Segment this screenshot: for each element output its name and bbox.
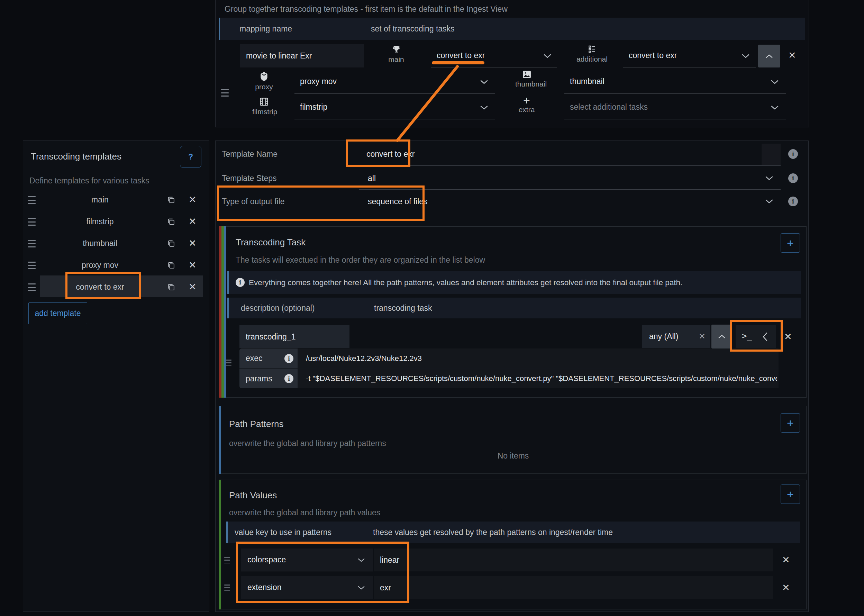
add-path-value-button[interactable]: +	[781, 484, 800, 504]
filmstrip-icon	[259, 97, 269, 106]
mapping-row-drag-handle[interactable]	[221, 89, 229, 97]
params-label-cell: params i	[239, 369, 298, 388]
plus-icon: +	[515, 95, 538, 105]
info-icon[interactable]: i	[284, 354, 294, 363]
template-row-filmstrip[interactable]: filmstrip ✕	[23, 211, 210, 233]
delete-template-icon[interactable]: ✕	[189, 217, 196, 226]
task-filter-select[interactable]: any (All) ✕	[642, 325, 710, 348]
task-filter-value: any (All)	[649, 325, 678, 347]
filmstrip-task-select[interactable]: filmstrip	[294, 95, 495, 119]
main-task-select[interactable]: convert to exr	[431, 44, 557, 68]
info-icon[interactable]: i	[788, 173, 798, 183]
exec-label: exec	[246, 349, 262, 368]
chevron-down-icon	[741, 53, 750, 58]
template-row-label[interactable]: thumbnail	[23, 233, 177, 255]
section-color-stripes	[219, 226, 226, 398]
section-title: Transcoding Task	[236, 237, 306, 248]
chevron-up-icon	[718, 334, 726, 339]
delete-template-icon[interactable]: ✕	[189, 195, 196, 204]
remove-task-button[interactable]: ✕	[784, 332, 792, 341]
template-row-main[interactable]: main ✕	[23, 189, 210, 211]
exec-label-cell: exec i	[239, 349, 298, 368]
plus-icon: +	[787, 488, 794, 501]
main-task-label-block: main	[382, 45, 411, 64]
description-row: description (optional) transcoding task	[227, 298, 801, 318]
help-button[interactable]: ?	[180, 146, 201, 168]
template-row-label[interactable]: main	[23, 189, 177, 211]
panel-subtitle: Define templates for various tasks	[30, 176, 149, 185]
plus-icon: +	[787, 416, 794, 430]
delete-template-icon[interactable]: ✕	[189, 239, 196, 248]
path-value-input[interactable]: linear	[374, 548, 773, 571]
filmstrip-task-value: filmstrip	[300, 95, 327, 119]
transcoding-task-section: Transcoding Task + The tasks will exectu…	[219, 226, 807, 398]
info-icon[interactable]: i	[284, 374, 294, 383]
remove-mapping-button[interactable]: ✕	[788, 51, 796, 60]
path-value-input[interactable]: exr	[374, 576, 773, 599]
params-label: params	[246, 369, 272, 388]
template-list: main ✕ filmstrip ✕ thumbnail ✕ proxy mov	[23, 189, 210, 300]
params-value: -t "$DASELEMENT_RESOURCES/scripts/custom…	[306, 369, 777, 388]
main-task-label: main	[388, 55, 404, 63]
template-row-convert-to-exr[interactable]: convert to exr ✕	[23, 276, 210, 298]
add-task-button[interactable]: +	[781, 233, 800, 253]
remove-path-value-button[interactable]: ✕	[782, 583, 790, 592]
template-row-thumbnail[interactable]: thumbnail ✕	[23, 233, 210, 255]
path-value-key-select[interactable]: colorspace	[241, 548, 373, 571]
output-type-value[interactable]: sequence of files	[368, 197, 428, 206]
filmstrip-task-label-block: filmstrip	[252, 97, 276, 116]
tasks-column-header: set of transcoding tasks	[371, 18, 455, 40]
exec-value-field[interactable]: /usr/local/Nuke12.2v3/Nuke12.2v3	[298, 349, 779, 368]
chevron-down-icon[interactable]	[765, 176, 773, 181]
info-icon[interactable]: i	[788, 196, 798, 206]
description-value[interactable]: transcoding task	[374, 298, 432, 318]
template-editor-panel: Template Name convert to exr i Template …	[215, 140, 809, 612]
chevron-left-icon[interactable]	[763, 332, 767, 341]
path-value-text: exr	[380, 576, 391, 599]
package-icon	[259, 72, 269, 81]
terminal-icon[interactable]: >_	[742, 325, 752, 347]
chevron-down-icon	[480, 105, 488, 110]
path-value-key-select[interactable]: extension	[241, 576, 373, 599]
mapping-name-input[interactable]: movie to linear Exr	[240, 44, 364, 68]
collapse-mapping-button[interactable]	[758, 45, 780, 68]
params-value-field[interactable]: -t "$DASELEMENT_RESOURCES/scripts/custom…	[298, 369, 779, 388]
extra-task-label-block: + extra	[515, 95, 538, 114]
chevron-down-icon[interactable]	[765, 199, 773, 204]
copy-icon[interactable]	[167, 283, 176, 291]
chevron-down-icon	[357, 586, 365, 590]
mapping-group-box: Group together transcoding templates - f…	[215, 0, 809, 127]
template-name-value[interactable]: convert to exr	[366, 149, 415, 159]
additional-task-select[interactable]: convert to exr	[623, 44, 756, 68]
proxy-task-select[interactable]: proxy mov	[294, 69, 495, 94]
chevron-down-icon	[357, 558, 365, 563]
info-icon: i	[236, 278, 245, 287]
delete-template-icon[interactable]: ✕	[189, 282, 196, 292]
collapse-task-button[interactable]	[712, 325, 732, 349]
template-row-label[interactable]: proxy mov	[23, 255, 177, 276]
mapping-name-value: movie to linear Exr	[246, 44, 312, 68]
copy-icon[interactable]	[167, 217, 176, 226]
thumbnail-task-select[interactable]: thumbnail	[564, 69, 786, 94]
copy-icon[interactable]	[167, 195, 176, 204]
extra-task-select[interactable]: select additional tasks	[564, 95, 786, 119]
delete-template-icon[interactable]: ✕	[189, 261, 196, 270]
task-drag-handle[interactable]	[226, 360, 231, 366]
task-name-input[interactable]: transcoding_1	[239, 325, 349, 348]
path-value-drag-handle[interactable]	[224, 557, 230, 563]
clear-filter-icon[interactable]: ✕	[699, 332, 705, 341]
info-icon[interactable]: i	[788, 149, 798, 159]
app-root: Group together transcoding templates - f…	[0, 0, 864, 616]
remove-path-value-button[interactable]: ✕	[782, 555, 790, 565]
task-name-value: transcoding_1	[246, 325, 296, 348]
copy-icon[interactable]	[167, 239, 176, 248]
path-value-drag-handle[interactable]	[224, 585, 230, 591]
template-row-label[interactable]: convert to exr	[23, 276, 177, 298]
template-row-proxy-mov[interactable]: proxy mov ✕	[23, 255, 210, 276]
template-steps-value[interactable]: all	[368, 174, 376, 183]
add-template-button[interactable]: add template	[28, 302, 87, 324]
copy-icon[interactable]	[167, 261, 176, 270]
add-path-pattern-button[interactable]: +	[781, 413, 800, 432]
template-row-label[interactable]: filmstrip	[23, 211, 177, 233]
section-subtitle: overwrite the global and library path va…	[229, 508, 380, 517]
